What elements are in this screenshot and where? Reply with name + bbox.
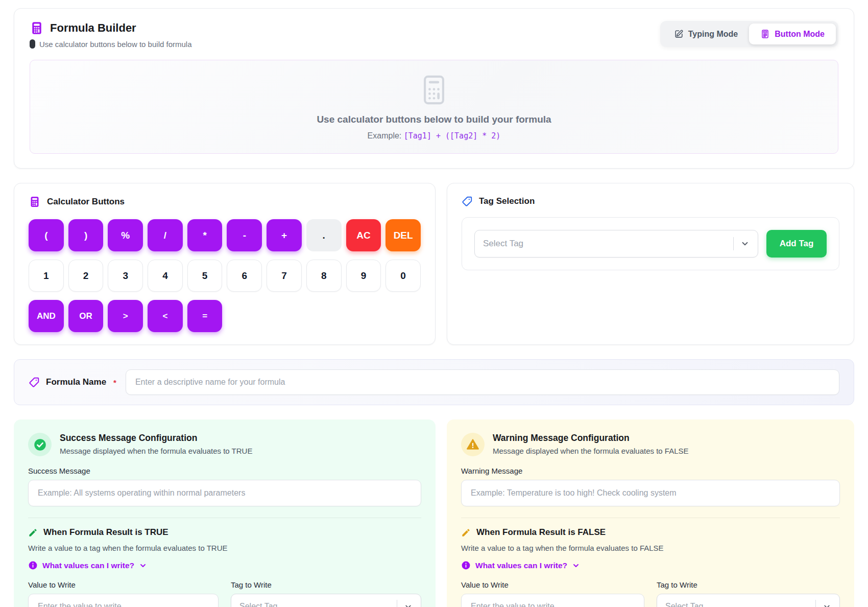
formula-display-area: Use calculator buttons below to build yo… — [30, 60, 838, 154]
values-link-label: What values can I write? — [42, 561, 134, 570]
builder-subtitle: Use calculator buttons below to build fo… — [39, 40, 192, 49]
calculator-icon — [29, 196, 41, 208]
chevron-down-icon — [572, 562, 580, 570]
warning-value-label: Value to Write — [461, 580, 644, 589]
calc-button-5[interactable]: 5 — [187, 260, 223, 292]
edit-icon — [674, 29, 684, 39]
warning-subtitle: Message displayed when the formula evalu… — [493, 447, 689, 455]
calc-button-6[interactable]: 6 — [227, 260, 262, 292]
mode-toggle: Typing Mode Button Mode — [660, 21, 838, 47]
success-value-label: Value to Write — [28, 580, 219, 589]
formula-builder-page: Formula Builder Use calculator buttons b… — [0, 0, 868, 607]
warning-value-input[interactable] — [461, 594, 644, 607]
display-prompt: Use calculator buttons below to build yo… — [317, 114, 551, 125]
warning-result-title: When Formula Result is FALSE — [476, 527, 606, 538]
calc-button-decimal[interactable]: . — [306, 219, 342, 251]
warning-values-link[interactable]: What values can I write? — [461, 561, 580, 570]
formula-builder-card: Formula Builder Use calculator buttons b… — [14, 8, 854, 169]
success-message-label: Success Message — [28, 466, 421, 475]
example-code: [Tag1] + ([Tag2] * 2) — [404, 131, 501, 141]
calculator-buttons-title: Calculator Buttons — [47, 197, 125, 207]
select-placeholder: Select Tag — [665, 602, 815, 607]
calc-button-close-paren[interactable]: ) — [68, 219, 104, 251]
calc-button-less-than[interactable]: < — [148, 300, 183, 332]
calculator-grid: ( ) % / * - + . AC DEL 1 2 3 4 5 6 7 8 9… — [29, 219, 421, 332]
tag-selection-card: Tag Selection Select Tag Add Tag — [447, 183, 854, 345]
display-example: Example: [Tag1] + ([Tag2] * 2) — [368, 131, 501, 141]
warning-tag-select[interactable]: Select Tag — [657, 594, 840, 607]
success-config-panel: Success Message Configuration Message di… — [14, 419, 436, 607]
success-message-input[interactable] — [28, 480, 421, 506]
calculator-icon — [760, 29, 770, 39]
add-tag-button[interactable]: Add Tag — [766, 230, 827, 258]
calc-button-0[interactable]: 0 — [385, 260, 421, 292]
select-divider — [397, 600, 397, 607]
calc-button-percent[interactable]: % — [108, 219, 143, 251]
tag-select[interactable]: Select Tag — [474, 230, 758, 258]
calc-button-3[interactable]: 3 — [108, 260, 143, 292]
formula-name-label: Formula Name — [46, 377, 106, 387]
calc-button-or[interactable]: OR — [68, 300, 104, 332]
calc-button-and[interactable]: AND — [29, 300, 64, 332]
calc-button-all-clear[interactable]: AC — [346, 219, 381, 251]
chevron-down-icon — [823, 602, 831, 607]
calculator-outline-icon — [417, 73, 451, 107]
calc-button-9[interactable]: 9 — [346, 260, 381, 292]
calc-button-4[interactable]: 4 — [148, 260, 183, 292]
chevron-down-icon — [740, 239, 750, 248]
formula-name-input[interactable] — [126, 369, 839, 395]
success-result-desc: Write a value to a tag when the formula … — [28, 544, 421, 552]
calc-button-equals[interactable]: = — [187, 300, 223, 332]
select-divider — [733, 237, 734, 250]
calc-button-multiply[interactable]: * — [187, 219, 223, 251]
warning-tag-label: Tag to Write — [657, 580, 840, 589]
success-value-input[interactable] — [28, 594, 219, 607]
pencil-icon — [28, 528, 38, 538]
mouse-icon — [30, 39, 35, 49]
divider — [461, 518, 840, 518]
tag-selection-title: Tag Selection — [479, 196, 535, 206]
calc-button-delete[interactable]: DEL — [385, 219, 421, 251]
calc-button-2[interactable]: 2 — [68, 260, 104, 292]
warning-config-panel: Warning Message Configuration Message di… — [447, 419, 854, 607]
calc-button-7[interactable]: 7 — [267, 260, 302, 292]
calculator-buttons-card: Calculator Buttons ( ) % / * - + . AC DE… — [14, 183, 436, 345]
select-divider — [815, 600, 816, 607]
calc-button-open-paren[interactable]: ( — [29, 219, 64, 251]
page-title: Formula Builder — [50, 21, 136, 35]
success-tag-select[interactable]: Select Tag — [231, 594, 421, 607]
calc-button-1[interactable]: 1 — [29, 260, 64, 292]
warning-triangle-icon — [461, 433, 485, 456]
warning-message-label: Warning Message — [461, 466, 840, 475]
info-icon — [28, 561, 38, 570]
success-values-link[interactable]: What values can I write? — [28, 561, 147, 570]
formula-name-card: Formula Name * — [14, 359, 854, 405]
chevron-down-icon — [139, 562, 147, 570]
divider — [28, 518, 421, 518]
success-result-title: When Formula Result is TRUE — [43, 527, 168, 538]
success-title: Success Message Configuration — [60, 433, 252, 443]
warning-result-desc: Write a value to a tag when the formula … — [461, 544, 840, 552]
check-circle-icon — [28, 433, 52, 456]
success-tag-label: Tag to Write — [231, 580, 421, 589]
tag-select-placeholder: Select Tag — [483, 239, 733, 249]
calc-button-divide[interactable]: / — [148, 219, 183, 251]
tag-icon — [462, 196, 473, 207]
required-asterisk: * — [113, 378, 116, 387]
calc-button-greater-than[interactable]: > — [108, 300, 143, 332]
typing-mode-label: Typing Mode — [688, 30, 738, 39]
tag-icon — [29, 377, 40, 388]
calc-button-plus[interactable]: + — [267, 219, 302, 251]
calc-button-8[interactable]: 8 — [306, 260, 342, 292]
button-mode-button[interactable]: Button Mode — [749, 24, 836, 44]
info-icon — [461, 561, 471, 570]
button-mode-label: Button Mode — [775, 30, 825, 39]
select-placeholder: Select Tag — [239, 602, 397, 607]
success-subtitle: Message displayed when the formula evalu… — [60, 447, 252, 455]
warning-title: Warning Message Configuration — [493, 433, 689, 443]
typing-mode-button[interactable]: Typing Mode — [663, 24, 749, 44]
calc-button-minus[interactable]: - — [227, 219, 262, 251]
values-link-label: What values can I write? — [475, 561, 567, 570]
warning-message-input[interactable] — [461, 480, 840, 506]
example-label: Example: — [368, 131, 402, 140]
